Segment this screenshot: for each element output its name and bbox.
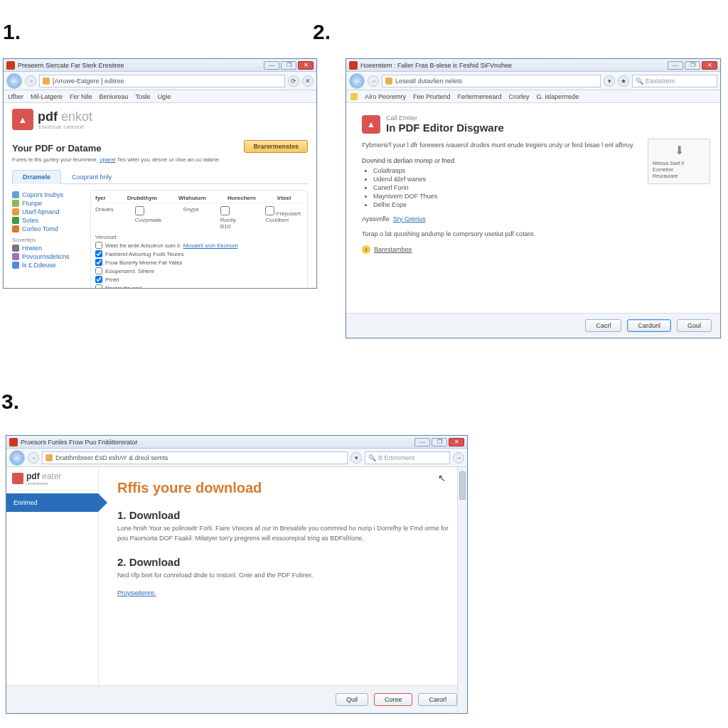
minimize-button[interactable]: — — [668, 61, 683, 70]
sidebar-item[interactable]: Povournsdeticns — [12, 253, 83, 260]
hint-line: Reuraurare — [653, 173, 705, 179]
titlebar-w3[interactable]: Proesors Funles Frow Puo Fnitiittererato… — [6, 436, 467, 449]
maximize-button[interactable]: ❐ — [432, 438, 447, 446]
checkbox[interactable] — [95, 276, 102, 283]
checkbox[interactable] — [95, 259, 102, 266]
primary-button[interactable]: Brarermenstes — [244, 140, 308, 153]
option-row[interactable]: Prreri — [95, 276, 303, 283]
search-box[interactable]: 🔍 Eaxtatrem — [632, 75, 717, 87]
download-link[interactable]: Proyswitenre. — [117, 589, 156, 596]
close-button[interactable]: ✕ — [702, 61, 717, 70]
checkbox[interactable] — [95, 267, 102, 274]
sidebar-item[interactable]: Copors tnubys — [12, 191, 83, 198]
option-row[interactable]: Deater fre and — [95, 284, 303, 288]
table-checkbox[interactable] — [265, 206, 274, 215]
option-row[interactable]: Faxbend Avbortug Fodii Teunrs — [95, 250, 303, 257]
step-title-1: 1. Download — [117, 509, 449, 521]
address-bar[interactable]: [Arrowe-Eatgere ] editree — [39, 75, 285, 87]
close-button[interactable]: ✕ — [298, 61, 314, 70]
cancel-button[interactable]: Cacrl — [585, 319, 621, 332]
address-text: [Arrowe-Eatgere ] editree — [53, 77, 124, 85]
dropdown-button[interactable]: ▾ — [350, 452, 362, 464]
refresh-button[interactable]: ⟳ — [288, 75, 299, 87]
address-bar[interactable]: Dratthmbreer EsD eshAY & dreol semts — [42, 451, 348, 464]
option-row[interactable]: Weel fre arde Adsutron sum b Mosatrll sr… — [95, 242, 303, 249]
minimize-button[interactable]: — — [264, 61, 279, 70]
scrollbar[interactable] — [457, 467, 467, 713]
sidebar-item[interactable]: Corleo Tomd — [12, 225, 83, 232]
note-link[interactable]: Barestambee — [374, 246, 412, 253]
sidebar-item[interactable]: Hrwien — [12, 245, 83, 252]
titlebar-w2[interactable]: Hoeeretem : Falier Fras B-slese ic Feshi… — [346, 59, 720, 72]
menubar-w1: Ufber Mil-Latgere Fer Nile Benioreau Tos… — [4, 90, 316, 103]
list-item: Maynivern DOF Thues — [373, 193, 705, 200]
continue-button[interactable]: Cardunl — [627, 319, 671, 332]
agree-row: Ayasvnfle Sry Grerius — [362, 215, 705, 223]
cancel-button[interactable]: Carorl — [418, 693, 457, 706]
sidebar-item[interactable]: Sotes — [12, 217, 83, 224]
menu-item[interactable]: G. islaperrrede — [537, 93, 579, 100]
table-checkbox[interactable] — [135, 206, 144, 215]
sidebar-item[interactable]: Utarf-fqmand — [12, 208, 83, 215]
favicon-icon — [43, 77, 50, 85]
menu-item[interactable]: Benioreau — [100, 93, 129, 100]
tab-active[interactable]: Drramele — [12, 170, 61, 184]
stop-button[interactable]: ✕ — [302, 75, 314, 87]
forward-button[interactable]: → — [25, 75, 36, 87]
menu-item[interactable]: Ugie — [158, 93, 171, 100]
logo-text: pdf enkot — [38, 109, 92, 124]
menu-item[interactable]: Ferlermereeard — [458, 93, 502, 100]
minimize-button[interactable]: — — [414, 438, 430, 446]
checkbox[interactable] — [95, 242, 102, 249]
refresh-button[interactable]: ★ — [618, 75, 629, 87]
sidebar-icon — [12, 200, 19, 207]
address-bar[interactable]: Leseatl dutavlien nelets — [382, 75, 601, 87]
sidebar-item[interactable]: ls £.Ddeuse — [12, 262, 83, 269]
menu-item[interactable]: Ufber — [8, 93, 23, 100]
download-icon: ⬇ — [653, 144, 705, 159]
forward-button[interactable]: → — [28, 452, 39, 464]
option-row[interactable]: Frow Borerfy Mreme Fat Yates — [95, 259, 303, 266]
step-number-1: 1. — [3, 20, 21, 44]
tab-other[interactable]: Cooprant hnly — [61, 170, 122, 183]
checkbox[interactable] — [95, 250, 102, 257]
menu-item[interactable]: Aíro Peoremry — [365, 93, 406, 100]
note-row: i Barestambee — [362, 245, 705, 254]
desc-link[interactable]: oparel — [100, 156, 115, 163]
core-button[interactable]: Coree — [374, 693, 413, 706]
menu-item[interactable]: Mil-Latgere — [31, 93, 63, 100]
sidebar-item[interactable]: Ftunpe — [12, 200, 83, 207]
hint-line: Miessa Saef.h — [653, 160, 705, 166]
dropdown-button[interactable]: ▾ — [604, 75, 615, 87]
menu-item[interactable]: Crorley — [509, 93, 530, 100]
step-tab-active[interactable]: Enrimed — [6, 493, 98, 512]
forward-button[interactable]: → — [368, 75, 379, 87]
logo-subtitle: Envictual Latetext — [38, 124, 92, 129]
back-button[interactable]: ← — [349, 73, 365, 89]
menu-item[interactable]: Tosle — [136, 93, 151, 100]
maximize-button[interactable]: ❐ — [281, 61, 296, 70]
close-button[interactable]: ✕ — [449, 438, 464, 446]
go-button[interactable]: → — [453, 452, 464, 464]
option-row[interactable]: Eooperserd. Sihere — [95, 267, 303, 274]
table-checkbox[interactable] — [220, 206, 230, 215]
scrollbar-thumb[interactable] — [459, 471, 466, 500]
page-heading: In PDF Editor Disgware — [386, 122, 504, 134]
maximize-button[interactable]: ❐ — [685, 61, 700, 70]
window-3: Proesors Funles Frow Puo Fnitiittererato… — [6, 435, 468, 714]
pdf-logo-icon: ▲ — [362, 115, 380, 134]
menu-item[interactable]: Fee Prurtend — [413, 93, 451, 100]
titlebar-w1[interactable]: Preseern Siercate Far Sierk Eresitree — … — [4, 59, 316, 72]
search-box[interactable]: 🔍 B Ertrrement — [365, 451, 450, 464]
quit-button[interactable]: Quil — [336, 693, 368, 706]
sidebar-icon — [12, 208, 19, 215]
dialog-footer-w2: Cacrl Cardunl Goul — [346, 313, 720, 338]
back-button[interactable]: ← — [6, 73, 22, 89]
sidebar-icon — [12, 217, 19, 224]
menu-item[interactable]: Fer Nile — [70, 93, 92, 100]
checkbox[interactable] — [95, 284, 102, 288]
agree-link[interactable]: Sry Grerius — [393, 215, 426, 223]
back-button[interactable]: ← — [9, 450, 25, 466]
goal-button[interactable]: Goul — [677, 319, 712, 332]
inline-link[interactable]: Mosatrll srch Ekohonl — [183, 242, 237, 249]
